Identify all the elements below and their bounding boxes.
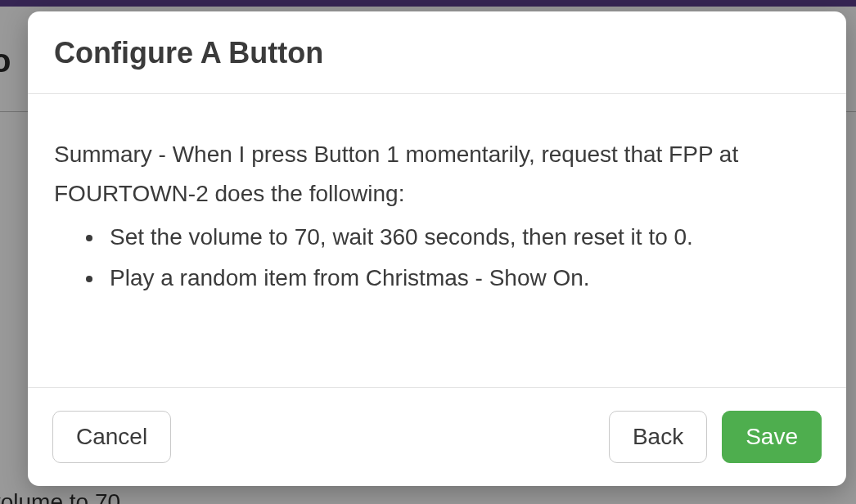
summary-item: Play a random item from Christmas - Show… (105, 259, 817, 298)
modal-header: Configure A Button (28, 11, 846, 94)
save-button[interactable]: Save (722, 411, 822, 463)
cancel-button[interactable]: Cancel (52, 411, 171, 463)
modal-body: Summary - When I press Button 1 momentar… (28, 94, 846, 387)
summary-intro-text: Summary - When I press Button 1 momentar… (54, 135, 817, 213)
back-button[interactable]: Back (609, 411, 707, 463)
modal-footer: Cancel Back Save (28, 387, 846, 486)
summary-item: Set the volume to 70, wait 360 seconds, … (105, 218, 817, 257)
modal-title: Configure A Button (54, 36, 820, 70)
configure-button-modal: Configure A Button Summary - When I pres… (28, 11, 846, 486)
summary-list: Set the volume to 70, wait 360 seconds, … (54, 218, 817, 297)
